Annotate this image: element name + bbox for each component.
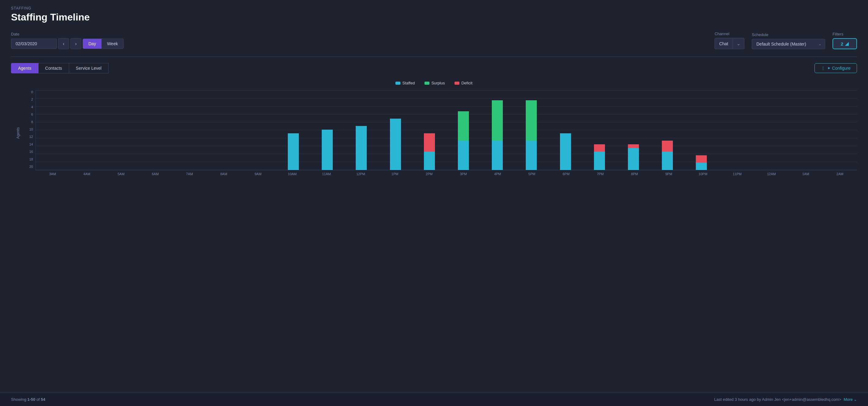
- filter-icon: ◢: [845, 41, 849, 46]
- schedule-select[interactable]: Default Schedule (Master): [752, 39, 825, 49]
- filters-count: 2: [841, 41, 843, 46]
- chart-container: Agents 20 18 16 14 12 10 8 6 4 2 0: [26, 90, 857, 194]
- bar-group: [106, 90, 140, 170]
- more-chevron-icon: ⌄: [854, 397, 857, 402]
- bar-stacked: [594, 144, 605, 170]
- channel-control-group: Channel Chat ⌄: [714, 31, 744, 49]
- day-tab-button[interactable]: Day: [83, 39, 101, 49]
- page-title: Staffing Timeline: [11, 11, 857, 23]
- x-axis-label: 3PM: [446, 172, 480, 176]
- schedule-label: Schedule: [752, 32, 825, 37]
- bar-group: [344, 90, 378, 170]
- deficit-bar-segment: [594, 144, 605, 152]
- y-axis-label: Agents: [16, 127, 20, 138]
- configure-label: ✦ Configure: [827, 66, 850, 71]
- bar-group: [378, 90, 412, 170]
- x-axis: 3AM4AM5AM6AM7AM8AM9AM10AM11AM12PM1PM2PM3…: [35, 170, 857, 176]
- staffed-bar-segment: [526, 140, 537, 170]
- bar-group: [480, 90, 515, 170]
- tabs-row: Agents Contacts Service Level ⋮ ✦ Config…: [11, 63, 857, 73]
- bar-group: [820, 90, 855, 170]
- configure-icon: ⋮: [821, 66, 825, 71]
- x-axis-label: 5PM: [515, 172, 549, 176]
- date-label: Date: [11, 32, 124, 36]
- channel-label: Channel: [714, 31, 744, 36]
- x-axis-label: 11AM: [309, 172, 343, 176]
- bar-group: [684, 90, 718, 170]
- tab-service-level[interactable]: Service Level: [69, 63, 108, 73]
- x-axis-label: 4AM: [70, 172, 104, 176]
- footer-bar: Showing 1-50 of 54 Last edited 3 hours a…: [0, 393, 868, 406]
- deficit-label: Deficit: [461, 81, 472, 85]
- deficit-bar-segment: [628, 144, 639, 148]
- next-date-button[interactable]: ›: [70, 38, 81, 49]
- legend-deficit: Deficit: [455, 81, 472, 85]
- x-axis-label: 12AM: [754, 172, 788, 176]
- x-axis-label: 5AM: [104, 172, 138, 176]
- bar-group: [72, 90, 106, 170]
- bar-group: [718, 90, 752, 170]
- last-edited-text: Last edited 3 hours ago by Admin Jen <je…: [714, 397, 841, 402]
- staffed-bar-segment: [390, 119, 401, 170]
- staffed-bar-segment: [662, 152, 673, 170]
- y-axis: 20 18 16 14 12 10 8 6 4 2 0: [26, 90, 35, 176]
- chart-area: Agents 20 18 16 14 12 10 8 6 4 2 0: [26, 90, 857, 176]
- x-axis-label: 3AM: [35, 172, 70, 176]
- section-label: STAFFING: [11, 6, 857, 10]
- bar-stacked: [628, 144, 639, 170]
- surplus-bar-segment: [526, 100, 537, 140]
- x-axis-label: 9AM: [241, 172, 275, 176]
- total-count: 54: [41, 397, 45, 402]
- x-axis-label: 7AM: [173, 172, 207, 176]
- bar-stacked: [560, 133, 571, 170]
- showing-range: 1-50: [27, 397, 35, 402]
- surplus-color-swatch: [425, 82, 429, 85]
- bar-group: [752, 90, 786, 170]
- deficit-bar-segment: [696, 155, 707, 163]
- staffed-bar-segment: [356, 126, 367, 170]
- legend-surplus: Surplus: [425, 81, 445, 85]
- chart-inner: 3AM4AM5AM6AM7AM8AM9AM10AM11AM12PM1PM2PM3…: [35, 90, 857, 176]
- surplus-bar-segment: [458, 111, 469, 140]
- deficit-color-swatch: [455, 82, 459, 85]
- bar-group: [548, 90, 582, 170]
- filters-control-group: Filters 2 ◢: [833, 32, 857, 49]
- filters-button[interactable]: 2 ◢: [833, 38, 857, 49]
- bar-stacked: [662, 140, 673, 170]
- week-tab-button[interactable]: Week: [101, 39, 124, 49]
- staffed-bar-segment: [560, 133, 571, 170]
- configure-button[interactable]: ⋮ ✦ Configure: [814, 63, 857, 73]
- bar-stacked: [356, 126, 367, 170]
- more-link[interactable]: More ⌄: [843, 397, 857, 402]
- x-axis-label: 2AM: [823, 172, 857, 176]
- x-axis-label: 8PM: [618, 172, 652, 176]
- tab-contacts[interactable]: Contacts: [38, 63, 69, 73]
- bars-area: [35, 90, 857, 170]
- staffed-bar-segment: [696, 163, 707, 170]
- bar-stacked: [526, 100, 537, 170]
- bar-stacked: [492, 100, 503, 170]
- x-axis-label: 12PM: [343, 172, 378, 176]
- staffed-bar-segment: [288, 133, 299, 170]
- prev-date-button[interactable]: ‹: [58, 38, 69, 49]
- channel-dropdown-arrow[interactable]: ⌄: [733, 38, 744, 49]
- chart-legend: Staffed Surplus Deficit: [11, 81, 857, 85]
- footer-right: Last edited 3 hours ago by Admin Jen <je…: [714, 397, 857, 402]
- staffed-bar-segment: [492, 140, 503, 170]
- showing-text: Showing 1-50 of 54: [11, 397, 45, 402]
- x-axis-label: 1AM: [788, 172, 823, 176]
- bar-group: [786, 90, 820, 170]
- bar-group: [412, 90, 446, 170]
- staffed-bar-segment: [424, 152, 435, 170]
- x-axis-label: 10AM: [275, 172, 309, 176]
- staffed-bar-segment: [594, 152, 605, 170]
- tab-agents[interactable]: Agents: [11, 63, 38, 73]
- date-input[interactable]: [11, 38, 57, 49]
- staffed-bar-segment: [322, 130, 333, 170]
- bar-stacked: [458, 111, 469, 170]
- deficit-bar-segment: [662, 140, 673, 152]
- bar-group: [582, 90, 616, 170]
- schedule-control-group: Schedule Default Schedule (Master) ⌄: [752, 32, 825, 49]
- date-control-group: Date ‹ › Day Week: [11, 32, 124, 49]
- bar-group: [38, 90, 72, 170]
